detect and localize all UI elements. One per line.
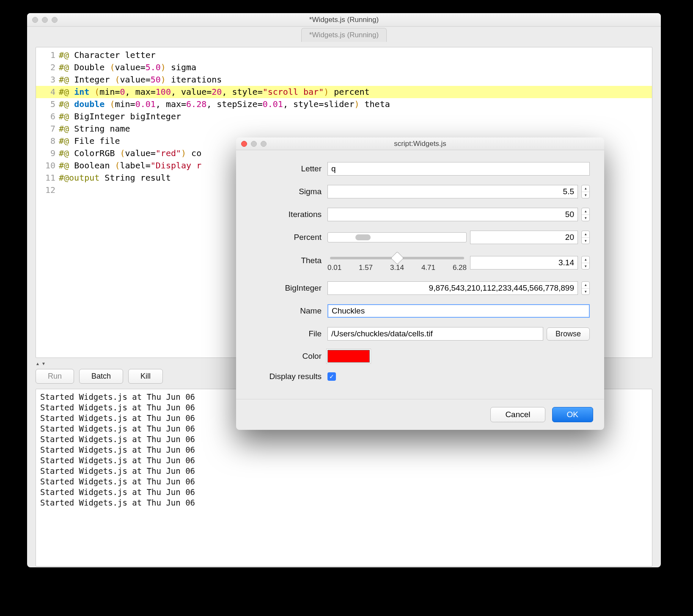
step-up-icon[interactable]: ▴ bbox=[582, 282, 589, 289]
slider-thumb-icon[interactable] bbox=[390, 251, 404, 264]
step-down-icon[interactable]: ▾ bbox=[582, 238, 589, 244]
tick-label: 1.57 bbox=[359, 264, 373, 272]
script-dialog: script:Widgets.js Letter Sigma ▴▾ Iterat… bbox=[236, 138, 604, 430]
tick-label: 0.01 bbox=[327, 264, 341, 272]
label-file: File bbox=[250, 329, 327, 338]
biginteger-stepper[interactable]: ▴▾ bbox=[581, 281, 590, 295]
line-number: 9 bbox=[36, 147, 59, 160]
step-up-icon[interactable]: ▴ bbox=[582, 208, 589, 215]
theta-slider[interactable]: 0.011.573.144.716.28 bbox=[327, 253, 467, 272]
code-content: #@ Character letter bbox=[59, 49, 652, 61]
kill-button[interactable]: Kill bbox=[128, 369, 163, 384]
label-name: Name bbox=[250, 306, 327, 316]
label-sigma: Sigma bbox=[250, 187, 327, 196]
line-number: 4 bbox=[36, 86, 59, 98]
line-number: 1 bbox=[36, 49, 59, 61]
tab-strip: *Widgets.js (Running) bbox=[27, 27, 661, 42]
step-down-icon[interactable]: ▾ bbox=[582, 263, 589, 270]
dialog-title: script:Widgets.js bbox=[236, 140, 604, 148]
line-number: 8 bbox=[36, 135, 59, 147]
step-down-icon[interactable]: ▾ bbox=[582, 289, 589, 295]
theta-ticks: 0.011.573.144.716.28 bbox=[327, 264, 467, 272]
line-number: 11 bbox=[36, 172, 59, 184]
line-number: 12 bbox=[36, 184, 59, 196]
label-biginteger: BigInteger bbox=[250, 283, 327, 293]
code-line[interactable]: 6#@ BigInteger bigInteger bbox=[36, 110, 652, 123]
line-number: 5 bbox=[36, 98, 59, 110]
code-line[interactable]: 3#@ Integer (value=50) iterations bbox=[36, 74, 652, 86]
code-content: #@ int (min=0, max=100, value=20, style=… bbox=[59, 86, 652, 98]
step-down-icon[interactable]: ▾ bbox=[582, 192, 589, 198]
code-content: #@ Integer (value=50) iterations bbox=[59, 74, 652, 86]
console-line: Started Widgets.js at Thu Jun 06 bbox=[40, 498, 648, 508]
line-number: 3 bbox=[36, 74, 59, 86]
code-content: #@ String name bbox=[59, 123, 652, 135]
tick-label: 4.71 bbox=[421, 264, 435, 272]
sigma-stepper[interactable]: ▴▾ bbox=[581, 185, 590, 198]
file-input[interactable] bbox=[327, 327, 543, 341]
label-color: Color bbox=[250, 352, 327, 361]
percent-stepper[interactable]: ▴▾ bbox=[581, 231, 590, 244]
theta-stepper[interactable]: ▴▾ bbox=[581, 256, 590, 270]
code-content: #@ Double (value=5.0) sigma bbox=[59, 61, 652, 74]
line-number: 10 bbox=[36, 160, 59, 172]
code-content: #@ double (min=0.01, max=6.28, stepSize=… bbox=[59, 98, 652, 110]
label-percent: Percent bbox=[250, 233, 327, 242]
console-line: Started Widgets.js at Thu Jun 06 bbox=[40, 466, 648, 476]
name-input[interactable] bbox=[327, 304, 590, 318]
tick-label: 6.28 bbox=[453, 264, 467, 272]
console-line: Started Widgets.js at Thu Jun 06 bbox=[40, 434, 648, 445]
console-line: Started Widgets.js at Thu Jun 06 bbox=[40, 445, 648, 455]
line-number: 7 bbox=[36, 123, 59, 135]
biginteger-input[interactable] bbox=[327, 281, 578, 295]
collapse-up-icon: ▲ bbox=[36, 361, 40, 366]
step-up-icon[interactable]: ▴ bbox=[582, 185, 589, 192]
tick-label: 3.14 bbox=[390, 264, 404, 272]
cancel-button[interactable]: Cancel bbox=[490, 407, 545, 422]
line-number: 6 bbox=[36, 110, 59, 123]
browse-button[interactable]: Browse bbox=[547, 327, 590, 341]
code-line[interactable]: 4#@ int (min=0, max=100, value=20, style… bbox=[36, 86, 652, 98]
label-letter: Letter bbox=[250, 164, 327, 173]
scrollbar-thumb-icon[interactable] bbox=[355, 234, 371, 240]
dialog-form: Letter Sigma ▴▾ Iterations ▴▾ Percent bbox=[236, 150, 604, 399]
collapse-down-icon: ▼ bbox=[41, 361, 46, 366]
window-title: *Widgets.js (Running) bbox=[27, 16, 661, 24]
code-line[interactable]: 7#@ String name bbox=[36, 123, 652, 135]
iterations-stepper[interactable]: ▴▾ bbox=[581, 208, 590, 221]
theta-input[interactable] bbox=[470, 256, 578, 270]
line-number: 2 bbox=[36, 61, 59, 74]
letter-input[interactable] bbox=[327, 162, 590, 176]
console-line: Started Widgets.js at Thu Jun 06 bbox=[40, 455, 648, 466]
code-line[interactable]: 1#@ Character letter bbox=[36, 49, 652, 61]
console-line: Started Widgets.js at Thu Jun 06 bbox=[40, 476, 648, 487]
label-theta: Theta bbox=[250, 253, 327, 265]
step-down-icon[interactable]: ▾ bbox=[582, 215, 589, 221]
label-iterations: Iterations bbox=[250, 210, 327, 219]
sigma-input[interactable] bbox=[327, 185, 578, 198]
label-display: Display results bbox=[250, 372, 327, 381]
code-content: #@ BigInteger bigInteger bbox=[59, 110, 652, 123]
display-checkbox[interactable]: ✓ bbox=[327, 372, 336, 381]
iterations-input[interactable] bbox=[327, 208, 578, 221]
code-line[interactable]: 5#@ double (min=0.01, max=6.28, stepSize… bbox=[36, 98, 652, 110]
ok-button[interactable]: OK bbox=[552, 407, 593, 422]
percent-input[interactable] bbox=[470, 231, 578, 244]
tab-widgets[interactable]: *Widgets.js (Running) bbox=[301, 28, 387, 42]
code-line[interactable]: 2#@ Double (value=5.0) sigma bbox=[36, 61, 652, 74]
percent-scrollbar[interactable] bbox=[327, 232, 467, 242]
dialog-button-bar: Cancel OK bbox=[236, 399, 604, 430]
run-button[interactable]: Run bbox=[36, 369, 74, 384]
console-line: Started Widgets.js at Thu Jun 06 bbox=[40, 487, 648, 498]
step-up-icon[interactable]: ▴ bbox=[582, 256, 589, 263]
step-up-icon[interactable]: ▴ bbox=[582, 231, 589, 238]
color-swatch[interactable] bbox=[327, 350, 370, 363]
batch-button[interactable]: Batch bbox=[79, 369, 123, 384]
main-titlebar: *Widgets.js (Running) bbox=[27, 13, 661, 27]
dialog-titlebar: script:Widgets.js bbox=[236, 138, 604, 150]
